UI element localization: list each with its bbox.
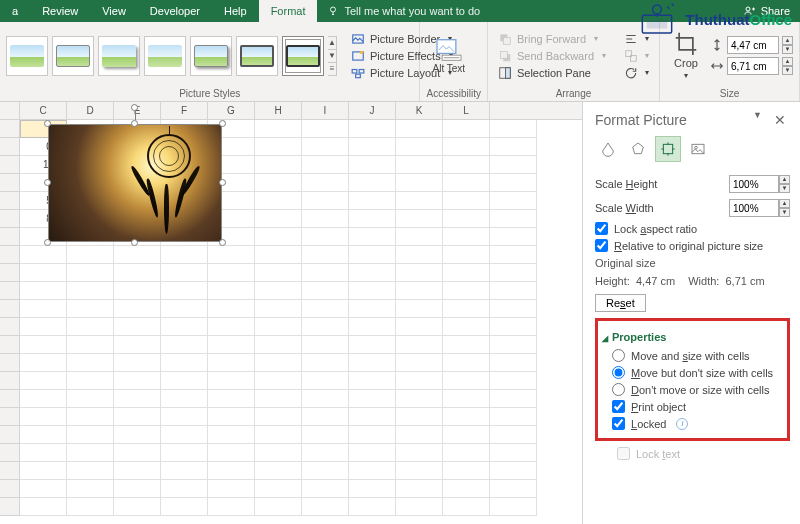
bring-forward-button[interactable]: Bring Forward▾ xyxy=(494,31,610,47)
style-thumb[interactable] xyxy=(6,36,48,76)
resize-handle[interactable] xyxy=(219,120,226,127)
tab-format[interactable]: Format xyxy=(259,0,318,22)
group-button[interactable]: ▾ xyxy=(620,48,653,64)
pane-tab-effects[interactable] xyxy=(625,136,651,162)
resize-handle[interactable] xyxy=(44,120,51,127)
original-size-label: Original size xyxy=(595,254,790,272)
pane-tab-size[interactable] xyxy=(655,136,681,162)
pane-tab-fill[interactable] xyxy=(595,136,621,162)
tab-a[interactable]: a xyxy=(0,0,30,22)
resize-handle[interactable] xyxy=(131,239,138,246)
col-header[interactable]: C xyxy=(20,102,67,119)
col-header[interactable]: I xyxy=(302,102,349,119)
format-picture-pane: Format Picture ▼ ✕ Scale Height ▲▼ Scale… xyxy=(582,102,800,524)
move-size-radio[interactable]: Move and size with cells xyxy=(602,347,783,364)
pane-tab-picture[interactable] xyxy=(685,136,711,162)
pane-menu-icon[interactable]: ▼ xyxy=(753,110,762,130)
gallery-more[interactable]: ▲▼≡ xyxy=(328,36,337,76)
tell-me[interactable]: Tell me what you want to do xyxy=(317,0,490,22)
col-header[interactable]: E xyxy=(114,102,161,119)
reset-button[interactable]: Reset xyxy=(595,294,646,312)
width-input[interactable] xyxy=(727,57,779,75)
group-size: Size xyxy=(666,86,793,99)
style-thumb[interactable] xyxy=(52,36,94,76)
tab-review[interactable]: Review xyxy=(30,0,90,22)
col-header[interactable]: D xyxy=(67,102,114,119)
bring-forward-icon xyxy=(498,32,512,46)
print-object-checkbox[interactable]: Print object xyxy=(602,398,783,415)
group-picture-styles: Picture Styles xyxy=(6,86,413,99)
ribbon-tabs: a Review View Developer Help Format Tell… xyxy=(0,0,800,22)
svg-rect-19 xyxy=(663,144,672,153)
original-size-values: Height: 4,47 cm Width: 6,71 cm xyxy=(595,272,790,290)
style-thumb[interactable] xyxy=(190,36,232,76)
scale-width-spinner[interactable]: ▲▼ xyxy=(779,199,790,217)
properties-section[interactable]: Properties xyxy=(602,325,783,347)
resize-handle[interactable] xyxy=(219,239,226,246)
height-spinner[interactable]: ▲▼ xyxy=(782,36,793,54)
tab-developer[interactable]: Developer xyxy=(138,0,212,22)
selection-pane-button[interactable]: Selection Pane xyxy=(494,65,610,81)
crop-button[interactable]: Crop▾ xyxy=(666,29,706,82)
col-header[interactable]: K xyxy=(396,102,443,119)
col-header[interactable]: H xyxy=(255,102,302,119)
dont-move-radio[interactable]: Don't move or size with cells xyxy=(602,381,783,398)
align-icon xyxy=(624,32,638,46)
tab-help[interactable]: Help xyxy=(212,0,259,22)
worksheet[interactable]: C D E F G H I J K L 00011%5576868 xyxy=(0,102,582,524)
send-backward-button[interactable]: Send Backward▾ xyxy=(494,48,610,64)
align-button[interactable]: ▾ xyxy=(620,31,653,47)
lock-text-checkbox: Lock text xyxy=(595,445,790,462)
height-input[interactable] xyxy=(727,36,779,54)
info-icon[interactable]: i xyxy=(676,418,688,430)
inserted-picture[interactable] xyxy=(48,124,222,242)
share-button[interactable]: Share xyxy=(761,5,790,17)
rotate-handle[interactable] xyxy=(131,104,138,111)
style-thumb[interactable] xyxy=(144,36,186,76)
pane-title: Format Picture xyxy=(595,112,687,128)
resize-handle[interactable] xyxy=(44,239,51,246)
scale-width-input[interactable] xyxy=(729,199,779,217)
picture-styles-gallery[interactable] xyxy=(6,36,324,76)
resize-handle[interactable] xyxy=(131,120,138,127)
lock-aspect-checkbox[interactable]: Lock aspect ratio xyxy=(595,220,790,237)
relative-checkbox[interactable]: Relative to original picture size xyxy=(595,237,790,254)
svg-point-4 xyxy=(360,50,364,54)
pane-tabs xyxy=(595,136,790,162)
alt-text-button[interactable]: Alt Text xyxy=(426,36,471,76)
selection-pane-icon xyxy=(498,66,512,80)
properties-highlight: Properties Move and size with cells Move… xyxy=(595,318,790,441)
scale-height-input[interactable] xyxy=(729,175,779,193)
svg-rect-13 xyxy=(500,51,507,58)
col-header[interactable] xyxy=(0,102,20,119)
group-arrange: Arrange xyxy=(494,86,653,99)
move-nosize-radio[interactable]: Move but don't size with cells xyxy=(602,364,783,381)
col-header[interactable]: F xyxy=(161,102,208,119)
tab-view[interactable]: View xyxy=(90,0,138,22)
col-header[interactable]: L xyxy=(443,102,490,119)
svg-rect-6 xyxy=(359,69,364,73)
crop-label: Crop xyxy=(674,57,698,69)
resize-handle[interactable] xyxy=(44,179,51,186)
height-icon xyxy=(710,38,724,52)
picture-content xyxy=(48,124,222,242)
style-thumb[interactable] xyxy=(236,36,278,76)
svg-rect-15 xyxy=(506,67,511,78)
style-thumb-selected[interactable] xyxy=(282,36,324,76)
group-accessibility: Accessibility xyxy=(426,86,480,99)
column-headers[interactable]: C D E F G H I J K L xyxy=(0,102,582,120)
scale-width-label: Scale Width xyxy=(595,202,654,214)
picture-border-icon xyxy=(351,32,365,46)
col-header[interactable]: G xyxy=(208,102,255,119)
picture-effects-icon xyxy=(351,49,365,63)
lightbulb-icon xyxy=(327,5,339,17)
rotate-button[interactable]: ▾ xyxy=(620,65,653,81)
locked-checkbox[interactable]: Lockedi xyxy=(602,415,783,432)
style-thumb[interactable] xyxy=(98,36,140,76)
pane-close-button[interactable]: ✕ xyxy=(770,110,790,130)
resize-handle[interactable] xyxy=(219,179,226,186)
width-spinner[interactable]: ▲▼ xyxy=(782,57,793,75)
width-icon xyxy=(710,59,724,73)
scale-height-spinner[interactable]: ▲▼ xyxy=(779,175,790,193)
col-header[interactable]: J xyxy=(349,102,396,119)
